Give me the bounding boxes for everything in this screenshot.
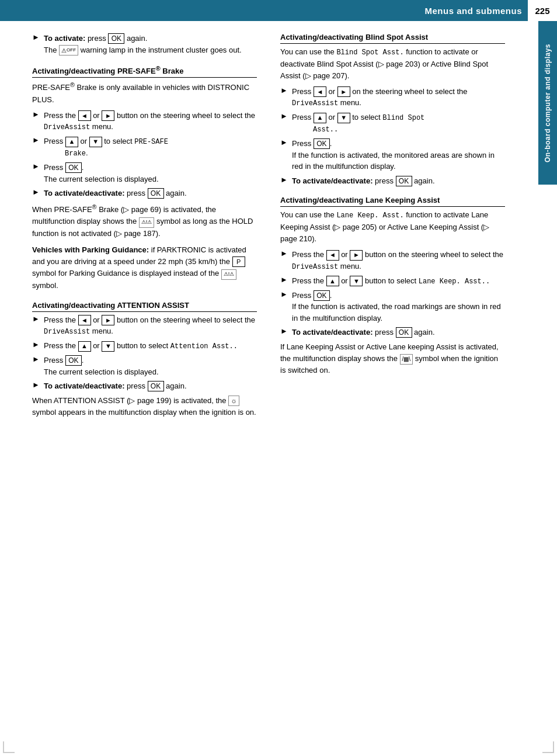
presafe-code: PRE-SAFE Brake xyxy=(44,138,168,158)
presafe-section: Activating/deactivating PRE-SAFE® Brake … xyxy=(32,65,257,292)
bullet-arrow-1: ► xyxy=(32,110,43,133)
blind-bullet-2-text: Press ▲ or ▼ to select Blind Spot Asst.. xyxy=(292,112,424,135)
header-title: Menus and submenus xyxy=(424,6,522,16)
blind-right-btn: ► xyxy=(337,86,350,97)
driveassist-code-1: DriveAssist xyxy=(44,123,90,131)
lane-up-btn: ▲ xyxy=(326,276,339,286)
blind-bullet-4: ► To activate/deactivate: press OK again… xyxy=(280,175,505,187)
blind-bullet-3: ► Press OK. If the function is activated… xyxy=(280,138,505,172)
blind-spot-code: Blind Spot Asst. xyxy=(336,48,403,57)
blind-bullet-1: ► Press ◄ or ► on the steering wheel to … xyxy=(280,86,505,109)
blind-arrow-2: ► xyxy=(280,112,291,135)
blind-ok-btn-4: OK xyxy=(396,176,412,186)
attention-bullet-1-text: Press the ◄ or ► button on the steering … xyxy=(44,314,257,338)
attention-bullet-3-text: Press OK. The current selection is displ… xyxy=(44,355,159,377)
lane-arrow-3: ► xyxy=(280,290,291,324)
down-arrow-btn: ▼ xyxy=(89,137,102,147)
att-ok-btn-4: OK xyxy=(148,381,164,391)
blind-bullet-1-text: Press ◄ or ► on the steering wheel to se… xyxy=(292,86,505,109)
lane-activate-bold: To activate/deactivate: xyxy=(292,328,373,337)
bullet-arrow: ► xyxy=(32,33,43,56)
lane-bullet-1: ► Press the ◄ or ► button on the steerin… xyxy=(280,249,505,272)
lane-ok-btn-4: OK xyxy=(396,327,412,338)
page-number: 225 xyxy=(527,0,557,21)
blind-bullet-2: ► Press ▲ or ▼ to select Blind Spot Asst… xyxy=(280,112,505,135)
att-ok-btn-3: OK xyxy=(65,355,82,366)
blind-down-btn: ▼ xyxy=(337,113,350,123)
lane-keeping-heading: Activating/deactivating Lane Keeping Ass… xyxy=(280,196,505,207)
att-left-btn: ◄ xyxy=(78,315,91,325)
lane-keep-code-2: Lane Keep. Asst.. xyxy=(419,278,490,286)
activate-bullet: ► To activate: press OK again. The ⚠OFF … xyxy=(32,33,257,56)
presafe-bullet-2-text: Press ▲ or ▼ to select PRE-SAFE Brake. xyxy=(44,136,168,159)
presafe-intro: PRE-SAFE® Brake is only available in veh… xyxy=(32,80,257,106)
activate-text: To activate: press OK again. The ⚠OFF wa… xyxy=(44,33,242,56)
blind-bullet-4-text: To activate/deactivate: press OK again. xyxy=(292,175,435,187)
attention-heading: Activating/deactivating ATTENTION ASSIST xyxy=(32,301,257,312)
header-bar: Menus and submenus 225 xyxy=(0,0,557,21)
corner-mark-br xyxy=(542,741,554,753)
attention-arrow-2: ► xyxy=(32,340,43,352)
attention-bullet-4: ► To activate/deactivate: press OK again… xyxy=(32,380,257,392)
lane-keeping-intro: You can use the Lane Keep. Asst. functio… xyxy=(280,209,505,245)
lane-bullet-3: ► Press OK. If the function is activated… xyxy=(280,290,505,324)
attention-bullet-1: ► Press the ◄ or ► button on the steerin… xyxy=(32,314,257,338)
lane-arrow-1: ► xyxy=(280,249,291,272)
presafe-when-text: When PRE-SAFE® Brake (▷ page 69) is acti… xyxy=(32,202,257,240)
driveassist-code-4: DriveAssist xyxy=(292,263,338,271)
up-arrow-btn: ▲ xyxy=(65,137,78,147)
ok-btn-4: OK xyxy=(148,188,164,199)
att-right-btn: ► xyxy=(102,315,114,325)
warning-lamp-icon: ⚠OFF xyxy=(59,45,78,56)
blind-up-btn: ▲ xyxy=(314,113,326,123)
blind-arrow-4: ► xyxy=(280,175,291,187)
lane-bullet-4-text: To activate/deactivate: press OK again. xyxy=(292,327,435,338)
corner-mark-bl xyxy=(3,741,15,753)
bullet-arrow-3: ► xyxy=(32,162,43,185)
attention-bullet-4-text: To activate/deactivate: press OK again. xyxy=(44,380,187,392)
blind-left-btn: ◄ xyxy=(314,86,326,97)
presafe-bullet-4-text: To activate/deactivate: press OK again. xyxy=(44,188,187,199)
blind-ok-btn-3: OK xyxy=(314,138,330,149)
vehicles-parking-bold: Vehicles with Parking Guidance: xyxy=(32,245,149,254)
attention-arrow-4: ► xyxy=(32,380,43,392)
presafe-bullet-1-text: Press the ◄ or ► button on the steering … xyxy=(44,110,257,133)
presafe-heading: Activating/deactivating PRE-SAFE® Brake xyxy=(32,65,257,78)
driveassist-code-3: DriveAssist xyxy=(292,99,338,107)
presafe-bullet-2: ► Press ▲ or ▼ to select PRE-SAFE Brake. xyxy=(32,136,257,159)
activate-deactivate-bold-1: To activate/deactivate: xyxy=(44,189,124,197)
lane-footer-text: If Lane Keeping Assist or Active Lane ke… xyxy=(280,341,505,376)
attention-bullet-3: ► Press OK. The current selection is dis… xyxy=(32,355,257,377)
lane-bullet-2-text: Press the ▲ or ▼ button to select Lane K… xyxy=(292,275,490,287)
lane-arrow-4: ► xyxy=(280,327,291,338)
lane-keeping-section: Activating/deactivating Lane Keeping Ass… xyxy=(280,196,505,376)
att-activate-bold: To activate/deactivate: xyxy=(44,382,124,390)
lane-right-btn: ► xyxy=(350,250,363,261)
ok-btn-3: OK xyxy=(65,162,82,173)
lane-bullet-4: ► To activate/deactivate: press OK again… xyxy=(280,327,505,338)
attention-code: Attention Asst.. xyxy=(170,342,238,351)
attention-arrow-3: ► xyxy=(32,355,43,377)
attention-symbol: ☼ xyxy=(228,396,239,406)
blind-bullet-3-text: Press OK. If the function is activated, … xyxy=(292,138,505,172)
hold-symbol: ⚠!⚠ xyxy=(139,217,155,228)
presafe-bullet-1: ► Press the ◄ or ► button on the steerin… xyxy=(32,110,257,133)
attention-arrow-1: ► xyxy=(32,314,43,338)
blind-arrow-3: ► xyxy=(280,138,291,172)
lane-bullet-2: ► Press the ▲ or ▼ button to select Lane… xyxy=(280,275,505,287)
blind-spot-intro: You can use the Blind Spot Asst. functio… xyxy=(280,46,505,82)
blind-activate-bold: To activate/deactivate: xyxy=(292,176,373,185)
lane-keep-code: Lane Keep. Asst. xyxy=(336,211,403,220)
lane-ok-btn-3: OK xyxy=(314,290,330,301)
blind-arrow-1: ► xyxy=(280,86,291,109)
content-area: ► To activate: press OK again. The ⚠OFF … xyxy=(0,21,557,434)
att-up-btn: ▲ xyxy=(78,341,91,352)
bullet-arrow-4: ► xyxy=(32,188,43,199)
ok-button-activate: OK xyxy=(108,33,124,44)
lane-down-btn: ▼ xyxy=(350,276,363,286)
presafe-bullet-3-text: Press OK. The current selection is displ… xyxy=(44,162,159,185)
lane-left-btn: ◄ xyxy=(326,250,339,261)
right-arrow-btn: ► xyxy=(102,110,114,121)
presafe-bullet-3: ► Press OK. The current selection is dis… xyxy=(32,162,257,185)
bullet-arrow-2: ► xyxy=(32,136,43,159)
